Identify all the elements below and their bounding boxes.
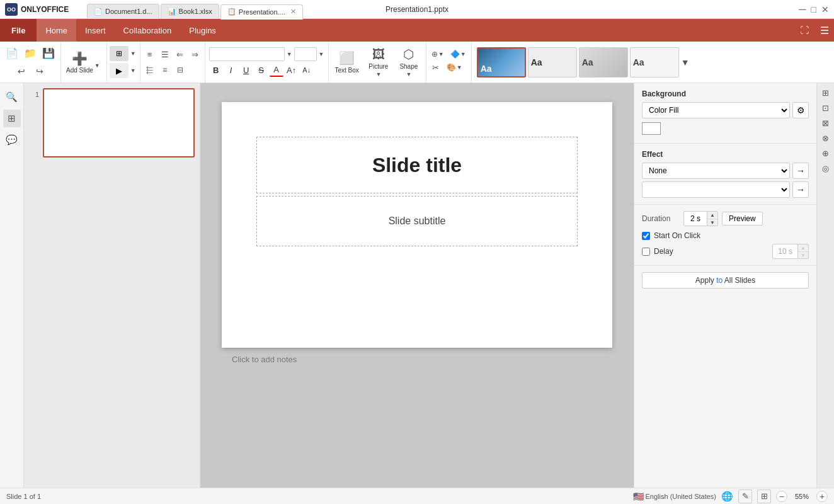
font-name-arrow[interactable]: ▼ xyxy=(287,51,292,57)
minimize-btn[interactable]: ─ xyxy=(799,4,806,15)
font-name-input[interactable] xyxy=(209,47,285,61)
zoom-in-btn[interactable]: + xyxy=(816,491,828,502)
align-left-btn[interactable]: ⬱ xyxy=(143,63,157,77)
slide-canvas[interactable]: Slide title Slide subtitle xyxy=(222,102,612,348)
increase-font-btn[interactable]: A↑ xyxy=(285,63,299,77)
picture-tool[interactable]: 🖼 Picture ▼ xyxy=(364,45,393,79)
template-4[interactable]: Aa xyxy=(630,47,679,77)
background-settings-btn[interactable]: ⚙ xyxy=(792,102,809,118)
picture-arrow[interactable]: ▼ xyxy=(375,71,381,77)
slides-panel-btn[interactable]: ⊞ xyxy=(3,110,21,127)
ppt-icon: 📋 xyxy=(227,8,236,16)
bg-color-swatch[interactable] xyxy=(642,122,661,135)
rpanel-btn-6[interactable]: ◎ xyxy=(819,161,833,175)
font-color-btn[interactable]: A xyxy=(270,63,283,77)
valign-btn[interactable]: ⊟ xyxy=(173,63,187,77)
menu-home[interactable]: Home xyxy=(37,19,76,42)
status-trackchanges-btn[interactable]: ✎ xyxy=(738,490,752,503)
underline-btn[interactable]: U xyxy=(239,63,253,77)
menu-file[interactable]: File xyxy=(0,19,37,42)
new-btn[interactable]: 📄 xyxy=(4,45,20,62)
rpanel-btn-4[interactable]: ⊗ xyxy=(819,131,833,145)
font-size-arrow[interactable]: ▼ xyxy=(319,51,324,57)
rpanel-btn-1[interactable]: ⊞ xyxy=(819,86,833,100)
delay-up-btn[interactable]: ▲ xyxy=(798,244,808,251)
undo-btn[interactable]: ↩ xyxy=(13,63,30,79)
background-select[interactable]: Color Fill xyxy=(642,102,790,118)
slide-panel: 1 xyxy=(24,83,200,488)
decrease-font-btn[interactable]: A↓ xyxy=(300,63,314,77)
bullet-list-btn[interactable]: ≡ xyxy=(143,48,157,62)
slide-play-btn[interactable]: ▶ xyxy=(110,63,129,78)
start-on-click-row: Start On Click xyxy=(642,231,809,240)
font-size-input[interactable] xyxy=(294,47,317,61)
title-text-box[interactable]: Slide title xyxy=(256,137,578,193)
save-btn[interactable]: 💾 xyxy=(40,45,57,62)
tab-doc[interactable]: 📄 Document1.d... xyxy=(87,4,159,19)
effect-sub-side-btn[interactable]: → xyxy=(792,181,809,198)
effect-side-btn[interactable]: → xyxy=(792,163,809,179)
shape-tool[interactable]: ⬡ Shape ▼ xyxy=(394,45,423,79)
fullscreen-btn[interactable]: ⛶ xyxy=(794,19,815,42)
indent-btn[interactable]: ⇒ xyxy=(188,48,202,62)
subtitle-text-box[interactable]: Slide subtitle xyxy=(256,196,578,246)
duration-up-btn[interactable]: ▲ xyxy=(707,212,717,219)
crop-btn[interactable]: ✂ xyxy=(429,60,443,74)
apply-all-btn[interactable]: Apply to All Slides xyxy=(642,272,809,289)
shape-label: Shape xyxy=(399,63,418,70)
zoom-out-btn[interactable]: − xyxy=(776,491,787,502)
shape-fill-btn[interactable]: 🔷▼ xyxy=(448,50,469,59)
align-center-btn[interactable]: ≡ xyxy=(158,63,172,77)
add-slide-btn[interactable]: ➕ Add Slide xyxy=(66,51,93,74)
template-2[interactable]: Aa xyxy=(528,47,577,77)
search-sidebar-btn[interactable]: 🔍 xyxy=(3,88,21,106)
rpanel-btn-2[interactable]: ⊡ xyxy=(819,101,833,115)
left-sidebar: 🔍 ⊞ 💬 xyxy=(0,83,24,488)
picture-icon: 🖼 xyxy=(372,47,385,62)
menu-insert[interactable]: Insert xyxy=(76,19,115,42)
effect-select[interactable]: None xyxy=(642,163,790,179)
text-box-tool[interactable]: ⬜ Text Box xyxy=(331,49,363,76)
open-btn[interactable]: 📁 xyxy=(22,45,38,62)
web-btn[interactable]: 🌐 xyxy=(721,491,733,502)
duration-down-btn[interactable]: ▼ xyxy=(707,219,717,226)
maximize-btn[interactable]: □ xyxy=(811,4,816,14)
add-slide-arrow[interactable]: ▼ xyxy=(93,62,101,69)
preview-btn[interactable]: Preview xyxy=(722,212,763,226)
menu-bar: File Home Insert Collaboration Plugins ⛶… xyxy=(0,19,834,42)
templates-arrow[interactable]: ▼ xyxy=(681,57,690,67)
slide-layout-arrow[interactable]: ▼ xyxy=(129,50,137,57)
slide-play-arrow[interactable]: ▼ xyxy=(129,67,137,74)
status-table-btn[interactable]: ⊞ xyxy=(757,490,771,503)
outdent-btn[interactable]: ⇐ xyxy=(173,48,187,62)
rpanel-btn-3[interactable]: ⊠ xyxy=(819,116,833,130)
template-1[interactable]: Aa xyxy=(477,47,526,77)
italic-btn[interactable]: I xyxy=(224,63,238,77)
menu-plugins[interactable]: Plugins xyxy=(180,19,225,42)
arrange-btn[interactable]: ⊕▼ xyxy=(429,50,447,59)
tab-ppt-close[interactable]: ✕ xyxy=(290,8,296,16)
shape-arrow[interactable]: ▼ xyxy=(406,71,411,77)
delay-checkbox[interactable] xyxy=(642,248,650,256)
start-on-click-checkbox[interactable] xyxy=(642,232,650,240)
numbered-list-btn[interactable]: ☰ xyxy=(158,48,172,62)
close-btn[interactable]: ✕ xyxy=(821,4,829,14)
slide-thumb-1[interactable] xyxy=(43,88,195,158)
template-3[interactable]: Aa xyxy=(579,47,628,77)
redo-btn[interactable]: ↪ xyxy=(31,63,48,79)
paint-btn[interactable]: 🎨▼ xyxy=(444,60,465,74)
slide-layout-btn[interactable]: ⊞ xyxy=(110,46,129,61)
tab-ppt[interactable]: 📋 Presentation.... ✕ xyxy=(220,4,303,20)
menu-collaboration[interactable]: Collaboration xyxy=(115,19,181,42)
rpanel-btn-5[interactable]: ⊕ xyxy=(819,146,833,160)
comments-btn[interactable]: 💬 xyxy=(3,131,21,149)
right-icon-strip: ⊞ ⊡ ⊠ ⊗ ⊕ ◎ xyxy=(816,83,834,488)
tab-xls[interactable]: 📊 Book1.xlsx xyxy=(161,4,219,19)
menu-overflow-btn[interactable]: ☰ xyxy=(815,19,834,42)
background-label: Background xyxy=(642,89,809,98)
delay-down-btn[interactable]: ▼ xyxy=(798,251,808,258)
effect-sub-select[interactable] xyxy=(642,181,790,198)
bold-btn[interactable]: B xyxy=(209,63,223,77)
strikethrough-btn[interactable]: S xyxy=(254,63,268,77)
notes-bar[interactable]: Click to add notes xyxy=(222,348,612,370)
